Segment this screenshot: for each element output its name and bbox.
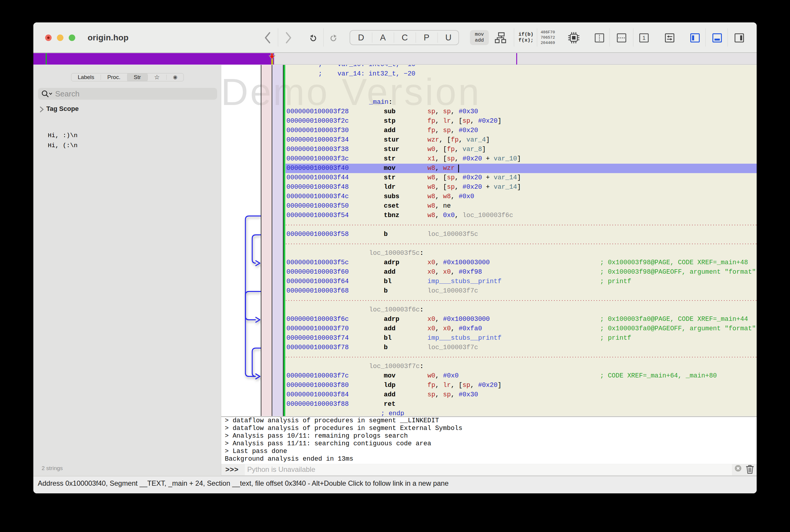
- svg-text:1: 1: [642, 35, 646, 41]
